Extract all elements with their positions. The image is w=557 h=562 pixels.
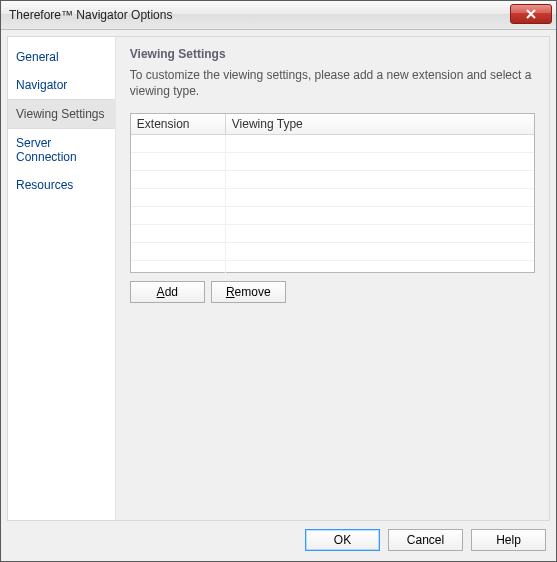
- add-label-rest: dd: [165, 285, 178, 299]
- dialog-footer: OK Cancel Help: [7, 521, 550, 555]
- table-body: [131, 135, 534, 273]
- viewing-settings-table[interactable]: Extension Viewing Type: [130, 113, 535, 273]
- sidebar-item-general[interactable]: General: [8, 43, 115, 71]
- sidebar-item-label: Server Connection: [16, 136, 77, 164]
- cancel-label: Cancel: [407, 533, 444, 547]
- help-label: Help: [496, 533, 521, 547]
- sidebar-item-server-connection[interactable]: Server Connection: [8, 129, 115, 171]
- table-row: [131, 171, 534, 189]
- sidebar-item-label: General: [16, 50, 59, 64]
- table-row: [131, 153, 534, 171]
- table-row: [131, 135, 534, 153]
- table-header: Extension Viewing Type: [131, 114, 534, 135]
- close-button[interactable]: [510, 4, 552, 24]
- table-button-row: Add Remove: [130, 281, 535, 303]
- help-button[interactable]: Help: [471, 529, 546, 551]
- table-row: [131, 189, 534, 207]
- sidebar-item-resources[interactable]: Resources: [8, 171, 115, 199]
- dialog-window: Therefore™ Navigator Options General Nav…: [0, 0, 557, 562]
- sidebar-item-label: Navigator: [16, 78, 67, 92]
- remove-label-rest: emove: [235, 285, 271, 299]
- section-description: To customize the viewing settings, pleas…: [130, 67, 535, 99]
- column-extension[interactable]: Extension: [131, 114, 226, 134]
- sidebar: General Navigator Viewing Settings Serve…: [8, 37, 116, 520]
- table-row: [131, 207, 534, 225]
- sidebar-item-viewing-settings[interactable]: Viewing Settings: [8, 99, 115, 129]
- table-row: [131, 243, 534, 261]
- sidebar-item-label: Viewing Settings: [16, 107, 105, 121]
- dialog-body: General Navigator Viewing Settings Serve…: [1, 30, 556, 561]
- content-area: Viewing Settings To customize the viewin…: [116, 37, 549, 520]
- sidebar-item-label: Resources: [16, 178, 73, 192]
- table-row: [131, 225, 534, 243]
- main-panel: General Navigator Viewing Settings Serve…: [7, 36, 550, 521]
- sidebar-item-navigator[interactable]: Navigator: [8, 71, 115, 99]
- ok-label: OK: [334, 533, 351, 547]
- remove-button[interactable]: Remove: [211, 281, 286, 303]
- column-viewing-type[interactable]: Viewing Type: [226, 114, 534, 134]
- window-title: Therefore™ Navigator Options: [9, 8, 172, 22]
- add-button[interactable]: Add: [130, 281, 205, 303]
- remove-mnemonic: R: [226, 285, 235, 299]
- title-bar: Therefore™ Navigator Options: [1, 1, 556, 30]
- add-mnemonic: A: [157, 285, 165, 299]
- ok-button[interactable]: OK: [305, 529, 380, 551]
- table-row: [131, 261, 534, 273]
- section-title: Viewing Settings: [130, 47, 535, 61]
- close-icon: [526, 9, 536, 19]
- cancel-button[interactable]: Cancel: [388, 529, 463, 551]
